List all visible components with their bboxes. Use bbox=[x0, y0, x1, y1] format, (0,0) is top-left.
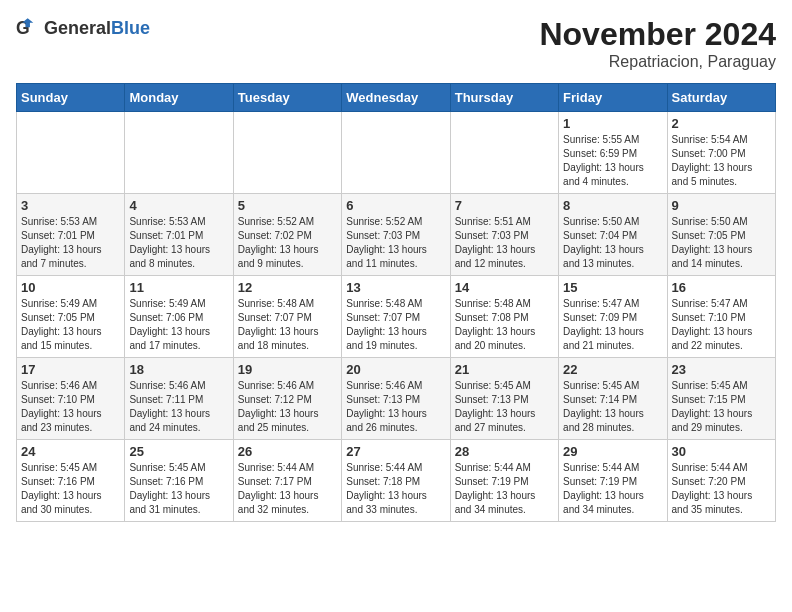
calendar-cell: 14Sunrise: 5:48 AMSunset: 7:08 PMDayligh… bbox=[450, 276, 558, 358]
calendar-cell: 23Sunrise: 5:45 AMSunset: 7:15 PMDayligh… bbox=[667, 358, 775, 440]
calendar-cell: 4Sunrise: 5:53 AMSunset: 7:01 PMDaylight… bbox=[125, 194, 233, 276]
calendar-cell: 22Sunrise: 5:45 AMSunset: 7:14 PMDayligh… bbox=[559, 358, 667, 440]
day-number: 8 bbox=[563, 198, 662, 213]
week-row-3: 10Sunrise: 5:49 AMSunset: 7:05 PMDayligh… bbox=[17, 276, 776, 358]
week-row-5: 24Sunrise: 5:45 AMSunset: 7:16 PMDayligh… bbox=[17, 440, 776, 522]
calendar-cell: 30Sunrise: 5:44 AMSunset: 7:20 PMDayligh… bbox=[667, 440, 775, 522]
calendar-cell: 21Sunrise: 5:45 AMSunset: 7:13 PMDayligh… bbox=[450, 358, 558, 440]
day-number: 25 bbox=[129, 444, 228, 459]
day-number: 27 bbox=[346, 444, 445, 459]
day-number: 9 bbox=[672, 198, 771, 213]
day-info: Sunrise: 5:45 AMSunset: 7:15 PMDaylight:… bbox=[672, 379, 771, 435]
day-info: Sunrise: 5:44 AMSunset: 7:18 PMDaylight:… bbox=[346, 461, 445, 517]
calendar-cell: 1Sunrise: 5:55 AMSunset: 6:59 PMDaylight… bbox=[559, 112, 667, 194]
week-row-2: 3Sunrise: 5:53 AMSunset: 7:01 PMDaylight… bbox=[17, 194, 776, 276]
calendar-cell bbox=[450, 112, 558, 194]
calendar-cell: 29Sunrise: 5:44 AMSunset: 7:19 PMDayligh… bbox=[559, 440, 667, 522]
day-info: Sunrise: 5:45 AMSunset: 7:16 PMDaylight:… bbox=[129, 461, 228, 517]
day-info: Sunrise: 5:48 AMSunset: 7:07 PMDaylight:… bbox=[238, 297, 337, 353]
calendar-cell: 16Sunrise: 5:47 AMSunset: 7:10 PMDayligh… bbox=[667, 276, 775, 358]
day-info: Sunrise: 5:45 AMSunset: 7:14 PMDaylight:… bbox=[563, 379, 662, 435]
day-number: 11 bbox=[129, 280, 228, 295]
day-number: 22 bbox=[563, 362, 662, 377]
day-header-monday: Monday bbox=[125, 84, 233, 112]
day-info: Sunrise: 5:44 AMSunset: 7:19 PMDaylight:… bbox=[563, 461, 662, 517]
calendar-cell: 10Sunrise: 5:49 AMSunset: 7:05 PMDayligh… bbox=[17, 276, 125, 358]
day-number: 6 bbox=[346, 198, 445, 213]
day-info: Sunrise: 5:48 AMSunset: 7:08 PMDaylight:… bbox=[455, 297, 554, 353]
day-info: Sunrise: 5:49 AMSunset: 7:06 PMDaylight:… bbox=[129, 297, 228, 353]
month-title: November 2024 bbox=[539, 16, 776, 53]
day-number: 15 bbox=[563, 280, 662, 295]
calendar-table: SundayMondayTuesdayWednesdayThursdayFrid… bbox=[16, 83, 776, 522]
day-number: 21 bbox=[455, 362, 554, 377]
day-header-friday: Friday bbox=[559, 84, 667, 112]
day-info: Sunrise: 5:45 AMSunset: 7:16 PMDaylight:… bbox=[21, 461, 120, 517]
day-info: Sunrise: 5:49 AMSunset: 7:05 PMDaylight:… bbox=[21, 297, 120, 353]
day-info: Sunrise: 5:51 AMSunset: 7:03 PMDaylight:… bbox=[455, 215, 554, 271]
day-header-sunday: Sunday bbox=[17, 84, 125, 112]
day-number: 2 bbox=[672, 116, 771, 131]
day-info: Sunrise: 5:54 AMSunset: 7:00 PMDaylight:… bbox=[672, 133, 771, 189]
day-number: 30 bbox=[672, 444, 771, 459]
day-number: 19 bbox=[238, 362, 337, 377]
day-header-wednesday: Wednesday bbox=[342, 84, 450, 112]
day-info: Sunrise: 5:47 AMSunset: 7:10 PMDaylight:… bbox=[672, 297, 771, 353]
day-number: 13 bbox=[346, 280, 445, 295]
calendar-cell: 17Sunrise: 5:46 AMSunset: 7:10 PMDayligh… bbox=[17, 358, 125, 440]
day-number: 29 bbox=[563, 444, 662, 459]
day-info: Sunrise: 5:50 AMSunset: 7:04 PMDaylight:… bbox=[563, 215, 662, 271]
day-number: 28 bbox=[455, 444, 554, 459]
day-number: 26 bbox=[238, 444, 337, 459]
calendar-cell: 13Sunrise: 5:48 AMSunset: 7:07 PMDayligh… bbox=[342, 276, 450, 358]
day-header-saturday: Saturday bbox=[667, 84, 775, 112]
location-title: Repatriacion, Paraguay bbox=[539, 53, 776, 71]
day-info: Sunrise: 5:44 AMSunset: 7:20 PMDaylight:… bbox=[672, 461, 771, 517]
calendar-cell: 19Sunrise: 5:46 AMSunset: 7:12 PMDayligh… bbox=[233, 358, 341, 440]
day-number: 5 bbox=[238, 198, 337, 213]
calendar-cell: 2Sunrise: 5:54 AMSunset: 7:00 PMDaylight… bbox=[667, 112, 775, 194]
header: G GeneralBlue November 2024 Repatriacion… bbox=[16, 16, 776, 71]
day-number: 1 bbox=[563, 116, 662, 131]
title-area: November 2024 Repatriacion, Paraguay bbox=[539, 16, 776, 71]
day-info: Sunrise: 5:47 AMSunset: 7:09 PMDaylight:… bbox=[563, 297, 662, 353]
day-info: Sunrise: 5:55 AMSunset: 6:59 PMDaylight:… bbox=[563, 133, 662, 189]
calendar-cell: 18Sunrise: 5:46 AMSunset: 7:11 PMDayligh… bbox=[125, 358, 233, 440]
day-header-thursday: Thursday bbox=[450, 84, 558, 112]
day-info: Sunrise: 5:46 AMSunset: 7:11 PMDaylight:… bbox=[129, 379, 228, 435]
calendar-cell: 24Sunrise: 5:45 AMSunset: 7:16 PMDayligh… bbox=[17, 440, 125, 522]
calendar-cell: 11Sunrise: 5:49 AMSunset: 7:06 PMDayligh… bbox=[125, 276, 233, 358]
logo-icon: G bbox=[16, 16, 40, 40]
logo: G GeneralBlue bbox=[16, 16, 150, 40]
day-number: 16 bbox=[672, 280, 771, 295]
day-info: Sunrise: 5:53 AMSunset: 7:01 PMDaylight:… bbox=[129, 215, 228, 271]
calendar-cell: 5Sunrise: 5:52 AMSunset: 7:02 PMDaylight… bbox=[233, 194, 341, 276]
day-number: 4 bbox=[129, 198, 228, 213]
day-info: Sunrise: 5:52 AMSunset: 7:03 PMDaylight:… bbox=[346, 215, 445, 271]
day-number: 23 bbox=[672, 362, 771, 377]
week-row-4: 17Sunrise: 5:46 AMSunset: 7:10 PMDayligh… bbox=[17, 358, 776, 440]
day-info: Sunrise: 5:44 AMSunset: 7:19 PMDaylight:… bbox=[455, 461, 554, 517]
calendar-cell: 8Sunrise: 5:50 AMSunset: 7:04 PMDaylight… bbox=[559, 194, 667, 276]
calendar-cell: 20Sunrise: 5:46 AMSunset: 7:13 PMDayligh… bbox=[342, 358, 450, 440]
calendar-cell bbox=[17, 112, 125, 194]
day-info: Sunrise: 5:44 AMSunset: 7:17 PMDaylight:… bbox=[238, 461, 337, 517]
day-number: 7 bbox=[455, 198, 554, 213]
calendar-cell: 12Sunrise: 5:48 AMSunset: 7:07 PMDayligh… bbox=[233, 276, 341, 358]
day-info: Sunrise: 5:45 AMSunset: 7:13 PMDaylight:… bbox=[455, 379, 554, 435]
calendar-cell: 3Sunrise: 5:53 AMSunset: 7:01 PMDaylight… bbox=[17, 194, 125, 276]
day-info: Sunrise: 5:46 AMSunset: 7:12 PMDaylight:… bbox=[238, 379, 337, 435]
week-row-1: 1Sunrise: 5:55 AMSunset: 6:59 PMDaylight… bbox=[17, 112, 776, 194]
days-header-row: SundayMondayTuesdayWednesdayThursdayFrid… bbox=[17, 84, 776, 112]
day-info: Sunrise: 5:50 AMSunset: 7:05 PMDaylight:… bbox=[672, 215, 771, 271]
day-info: Sunrise: 5:53 AMSunset: 7:01 PMDaylight:… bbox=[21, 215, 120, 271]
day-number: 3 bbox=[21, 198, 120, 213]
day-number: 10 bbox=[21, 280, 120, 295]
calendar-cell: 15Sunrise: 5:47 AMSunset: 7:09 PMDayligh… bbox=[559, 276, 667, 358]
day-number: 14 bbox=[455, 280, 554, 295]
day-info: Sunrise: 5:46 AMSunset: 7:13 PMDaylight:… bbox=[346, 379, 445, 435]
calendar-cell: 28Sunrise: 5:44 AMSunset: 7:19 PMDayligh… bbox=[450, 440, 558, 522]
calendar-cell: 6Sunrise: 5:52 AMSunset: 7:03 PMDaylight… bbox=[342, 194, 450, 276]
day-info: Sunrise: 5:52 AMSunset: 7:02 PMDaylight:… bbox=[238, 215, 337, 271]
day-info: Sunrise: 5:46 AMSunset: 7:10 PMDaylight:… bbox=[21, 379, 120, 435]
